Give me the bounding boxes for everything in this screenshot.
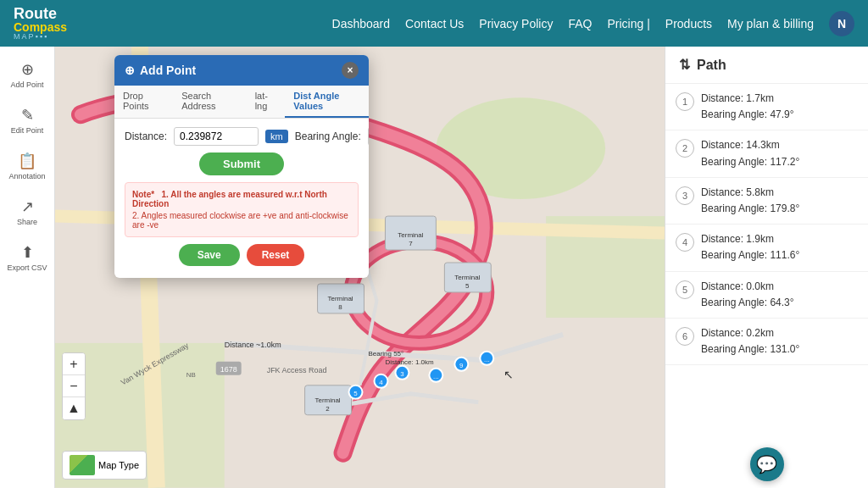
note-box: Note* 1. All the angles are measured w.r… [125, 182, 359, 237]
sidebar-label-add-point: Add Point [10, 80, 43, 89]
edit-point-icon: ✎ [21, 106, 34, 125]
svg-text:Distance: 1.0km: Distance: 1.0km [385, 358, 433, 366]
path-item-distance: Distance: 1.9km [701, 231, 799, 247]
dialog-close-button[interactable]: × [342, 62, 359, 79]
path-item-distance: Distance: 0.2km [701, 325, 799, 341]
path-item-info: Distance: 0.2km Bearing Angle: 131.0° [701, 325, 799, 358]
tab-dist-angle[interactable]: Dist Angle Values [285, 86, 369, 118]
note-line-2: 2. Angles measured clockwise are +ve and… [132, 211, 351, 230]
svg-text:Terminal: Terminal [454, 274, 480, 281]
path-item-bearing: Bearing Angle: 117.2° [701, 154, 799, 170]
path-item-info: Distance: 1.9km Bearing Angle: 111.6° [701, 231, 799, 263]
path-item-number: 3 [676, 186, 694, 205]
share-icon: ↗ [21, 197, 34, 216]
sidebar-item-share[interactable]: ↗ Share [3, 192, 51, 231]
sidebar-item-edit-point[interactable]: ✎ Edit Point [3, 101, 51, 140]
fab-button[interactable]: 💬 [750, 447, 784, 481]
path-item: 6 Distance: 0.2km Bearing Angle: 131.0° [665, 319, 868, 365]
path-item-distance: Distance: 0.0km [701, 279, 794, 295]
path-item-number: 2 [676, 139, 694, 158]
zoom-out-button[interactable]: − [63, 375, 85, 397]
svg-text:NB: NB [186, 371, 196, 379]
sidebar: ⊕ Add Point ✎ Edit Point 📋 Annotation ↗ … [0, 47, 55, 488]
tab-search-address[interactable]: Search Address [173, 86, 246, 118]
map-container: Van Wyck Expressway JFK Access Road NB 1… [55, 47, 665, 488]
path-item-bearing: Bearing Angle: 64.3° [701, 295, 794, 311]
svg-text:Terminal: Terminal [327, 295, 353, 302]
dialog-body: Distance: km Bearing Angle: Submit Note*… [114, 119, 369, 278]
path-item-bearing: Bearing Angle: 47.9° [701, 107, 794, 123]
dialog-tabs: Drop Points Search Address lat-lng Dist … [114, 86, 369, 119]
logo-route: Route [14, 6, 67, 21]
nav-faq[interactable]: FAQ [568, 17, 592, 30]
map-background[interactable]: Van Wyck Expressway JFK Access Road NB 1… [55, 47, 665, 488]
distance-row: Distance: km Bearing Angle: [125, 127, 359, 146]
tab-drop-points[interactable]: Drop Points [114, 86, 173, 118]
logo-map: MAP▪▪▪ [14, 33, 67, 41]
nav-dashboard[interactable]: Dashboard [332, 17, 391, 30]
path-item-bearing: Bearing Angle: 131.0° [701, 341, 799, 358]
svg-text:5: 5 [465, 282, 470, 290]
map-type-label: Map Type [98, 460, 139, 470]
note-title: Note* 1. All the angles are measured w.r… [132, 190, 351, 208]
svg-text:Bearing 55°: Bearing 55° [368, 350, 403, 358]
nav-avatar[interactable]: N [829, 11, 854, 36]
reset-button[interactable]: Reset [247, 244, 305, 266]
svg-text:Distance ~1.0km: Distance ~1.0km [225, 341, 281, 349]
fab-icon: 💬 [756, 454, 777, 474]
path-item-number: 5 [676, 280, 694, 299]
path-item-number: 4 [676, 233, 694, 252]
bearing-label: Bearing Angle: [295, 130, 361, 142]
svg-text:4: 4 [379, 379, 383, 386]
logo-compass: Compass [14, 21, 67, 33]
dialog-header-left: ⊕ Add Point [125, 64, 196, 77]
sidebar-label-share: Share [17, 218, 37, 226]
nav-billing[interactable]: My plan & billing [727, 17, 814, 30]
path-item-number: 6 [676, 327, 694, 346]
path-item-info: Distance: 1.7km Bearing Angle: 47.9° [701, 91, 794, 123]
add-point-header-icon: ⊕ [125, 64, 135, 77]
svg-text:...: ... [484, 356, 490, 363]
map-type-button[interactable]: Map Type [62, 451, 147, 480]
dialog-actions: Save Reset [125, 244, 359, 269]
nav-products[interactable]: Products [665, 17, 712, 30]
svg-text:Terminal: Terminal [314, 396, 340, 404]
path-panel: ⇅ Path 1 Distance: 1.7km Bearing Angle: … [665, 47, 868, 488]
path-item-distance: Distance: 5.8km [701, 185, 799, 201]
path-item-info: Distance: 0.0km Bearing Angle: 64.3° [701, 279, 794, 311]
sidebar-label-edit-point: Edit Point [11, 126, 44, 135]
tab-lat-lng[interactable]: lat-lng [247, 86, 286, 118]
path-item-distance: Distance: 14.3km [701, 137, 799, 153]
nav-privacy[interactable]: Privacy Policy [479, 17, 553, 30]
zoom-in-button[interactable]: + [63, 353, 85, 375]
path-item-number: 1 [676, 92, 694, 111]
dialog-title: Add Point [140, 64, 196, 77]
sidebar-item-export-csv[interactable]: ⬆ Export CSV [3, 238, 51, 277]
distance-input[interactable] [174, 127, 259, 146]
svg-text:7: 7 [409, 240, 413, 247]
sidebar-item-add-point[interactable]: ⊕ Add Point [3, 55, 51, 94]
nav-contact[interactable]: Contact Us [405, 17, 464, 30]
bearing-input[interactable] [368, 127, 369, 146]
path-item: 3 Distance: 5.8km Bearing Angle: 179.8° [665, 178, 868, 225]
path-item: 4 Distance: 1.9km Bearing Angle: 111.6° [665, 225, 868, 271]
sidebar-label-export-csv: Export CSV [7, 263, 47, 272]
save-button[interactable]: Save [179, 244, 240, 266]
zoom-reset-button[interactable]: ▲ [63, 397, 85, 419]
nav: Dashboard Contact Us Privacy Policy FAQ … [332, 11, 854, 36]
path-item-bearing: Bearing Angle: 179.8° [701, 201, 799, 217]
sidebar-label-annotation: Annotation [8, 172, 45, 180]
svg-text:8: 8 [338, 303, 342, 311]
svg-text:JFK Access Road: JFK Access Road [267, 366, 327, 374]
add-point-icon: ⊕ [21, 60, 34, 79]
submit-button[interactable]: Submit [199, 152, 284, 175]
path-panel-header: ⇅ Path [665, 47, 868, 84]
nav-pricing[interactable]: Pricing | [607, 17, 649, 30]
svg-text:3: 3 [400, 370, 404, 378]
sidebar-item-annotation[interactable]: 📋 Annotation [3, 147, 51, 186]
path-list: 1 Distance: 1.7km Bearing Angle: 47.9° 2… [665, 84, 868, 441]
path-item: 5 Distance: 0.0km Bearing Angle: 64.3° [665, 272, 868, 319]
map-thumbnail [70, 455, 95, 475]
main-layout: ⊕ Add Point ✎ Edit Point 📋 Annotation ↗ … [0, 47, 868, 488]
path-item-info: Distance: 5.8km Bearing Angle: 179.8° [701, 185, 799, 217]
